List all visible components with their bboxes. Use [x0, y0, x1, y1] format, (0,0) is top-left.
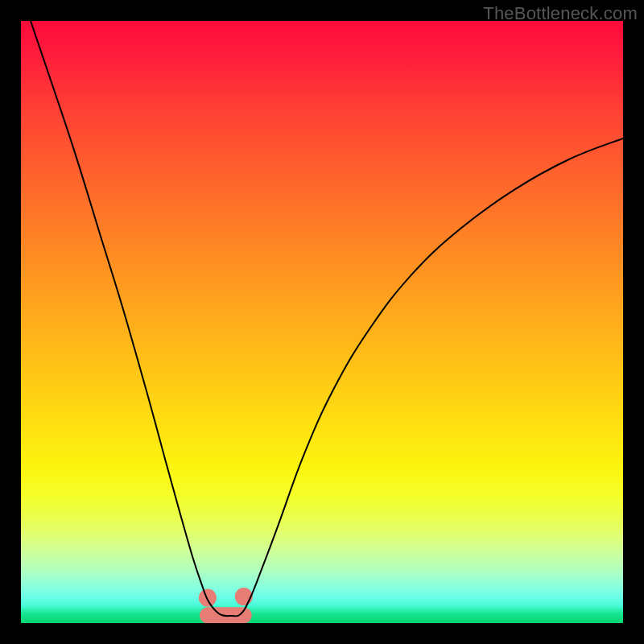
bottleneck-curve [31, 21, 623, 616]
watermark-text: TheBottleneck.com [483, 3, 638, 24]
chart-frame: TheBottleneck.com [0, 0, 644, 644]
curve-layer [21, 21, 623, 623]
plot-area [21, 21, 623, 623]
highlight-dot-left [199, 589, 217, 607]
